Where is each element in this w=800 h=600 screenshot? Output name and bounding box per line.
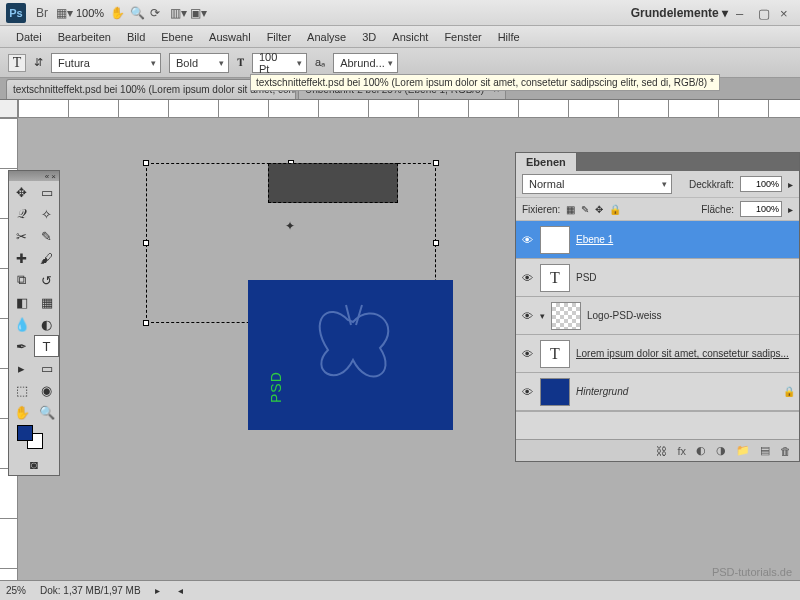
layer-name[interactable]: Hintergrund — [576, 386, 777, 397]
menu-datei[interactable]: Datei — [8, 28, 50, 46]
crop-tool[interactable]: ✂ — [9, 225, 34, 247]
shape-tool[interactable]: ▭ — [34, 357, 59, 379]
visibility-icon[interactable]: 👁 — [520, 386, 534, 398]
lock-transparency-icon[interactable]: ▦ — [566, 204, 575, 215]
visibility-icon[interactable]: 👁 — [520, 310, 534, 322]
menu-ebene[interactable]: Ebene — [153, 28, 201, 46]
orientation-icon[interactable]: ⇵ — [34, 56, 43, 69]
visibility-icon[interactable]: 👁 — [520, 272, 534, 284]
zoom-tool[interactable]: 🔍 — [34, 401, 59, 423]
opacity-input[interactable] — [740, 176, 782, 192]
new-layer-icon[interactable]: ▤ — [760, 444, 770, 457]
maximize-button[interactable]: ▢ — [758, 6, 772, 20]
layer-name[interactable]: Logo-PSD-weiss — [587, 310, 795, 321]
lock-position-icon[interactable]: ✥ — [595, 204, 603, 215]
visibility-icon[interactable]: 👁 — [520, 348, 534, 360]
workspace-switcher[interactable]: Grundelemente ▾ — [631, 6, 728, 20]
layer-row[interactable]: 👁 Hintergrund 🔒 — [516, 373, 799, 411]
scroll-left-icon[interactable]: ◂ — [178, 585, 183, 596]
layer-row[interactable]: 👁 T PSD — [516, 259, 799, 297]
blend-mode-dropdown[interactable]: Normal — [522, 174, 672, 194]
antialias-dropdown[interactable]: Abrund... — [333, 53, 398, 73]
link-arrow-icon[interactable]: ▾ — [540, 311, 545, 321]
layer-row[interactable]: 👁 T Ebene 1 — [516, 221, 799, 259]
layer-name[interactable]: PSD — [576, 272, 795, 283]
opacity-flyout-icon[interactable]: ▸ — [788, 179, 793, 190]
psd-vertical-text: PSD — [268, 371, 284, 403]
arrange-icon[interactable]: ▥▾ — [170, 6, 184, 20]
heal-tool[interactable]: ✚ — [9, 247, 34, 269]
color-swatches[interactable] — [9, 423, 59, 453]
3d-camera-tool[interactable]: ◉ — [34, 379, 59, 401]
layer-row[interactable]: 👁 T Lorem ipsum dolor sit amet, consetet… — [516, 335, 799, 373]
layer-thumb-image — [551, 302, 581, 330]
adjustment-layer-icon[interactable]: ◑ — [716, 444, 726, 457]
font-size-dropdown[interactable]: 100 Pt — [252, 53, 307, 73]
quickmask-toggle[interactable]: ◙ — [9, 453, 59, 475]
menu-hilfe[interactable]: Hilfe — [490, 28, 528, 46]
doc-size[interactable]: Dok: 1,37 MB/1,97 MB — [40, 585, 141, 596]
fill-flyout-icon[interactable]: ▸ — [788, 204, 793, 215]
zoom-level[interactable]: 100% — [76, 7, 104, 19]
brush-tool[interactable]: 🖌 — [34, 247, 59, 269]
link-layers-icon[interactable]: ⛓ — [656, 445, 667, 457]
hand-tool[interactable]: ✋ — [9, 401, 34, 423]
rotate-icon[interactable]: ⟳ — [150, 6, 164, 20]
menu-bearbeiten[interactable]: Bearbeiten — [50, 28, 119, 46]
path-select-tool[interactable]: ▸ — [9, 357, 34, 379]
font-family-dropdown[interactable]: Futura — [51, 53, 161, 73]
view-extras-icon[interactable]: ▦▾ — [56, 6, 70, 20]
visibility-icon[interactable]: 👁 — [520, 234, 534, 246]
layer-mask-icon[interactable]: ◐ — [696, 444, 706, 457]
bridge-icon[interactable]: Br — [36, 6, 50, 20]
delete-layer-icon[interactable]: 🗑 — [780, 445, 791, 457]
menu-bild[interactable]: Bild — [119, 28, 153, 46]
font-size-icon: 𝐓 — [237, 56, 244, 69]
gradient-tool[interactable]: ▦ — [34, 291, 59, 313]
font-weight-dropdown[interactable]: Bold — [169, 53, 229, 73]
ruler-origin[interactable] — [0, 100, 18, 118]
layer-row[interactable]: 👁 ▾ Logo-PSD-weiss — [516, 297, 799, 335]
layer-name[interactable]: Lorem ipsum dolor sit amet, consetetur s… — [576, 348, 795, 359]
dodge-tool[interactable]: ◐ — [34, 313, 59, 335]
minimize-button[interactable]: – — [736, 6, 750, 20]
menu-analyse[interactable]: Analyse — [299, 28, 354, 46]
hand-icon[interactable]: ✋ — [110, 6, 124, 20]
eraser-tool[interactable]: ◧ — [9, 291, 34, 313]
lasso-tool[interactable]: 𝒬 — [9, 203, 34, 225]
3d-tool[interactable]: ⬚ — [9, 379, 34, 401]
screen-mode-icon[interactable]: ▣▾ — [190, 6, 204, 20]
stamp-tool[interactable]: ⧉ — [9, 269, 34, 291]
move-tool[interactable]: ✥ — [9, 181, 34, 203]
blur-tool[interactable]: 💧 — [9, 313, 34, 335]
zoom-field[interactable]: 25% — [6, 585, 26, 596]
lock-all-icon[interactable]: 🔒 — [609, 204, 621, 215]
tool-preset-icon[interactable]: T — [8, 54, 26, 72]
layer-name[interactable]: Ebene 1 — [576, 234, 795, 245]
history-brush-tool[interactable]: ↺ — [34, 269, 59, 291]
eyedropper-tool[interactable]: ✎ — [34, 225, 59, 247]
fill-input[interactable] — [740, 201, 782, 217]
menu-auswahl[interactable]: Auswahl — [201, 28, 259, 46]
status-flyout-icon[interactable]: ▸ — [155, 585, 160, 596]
pen-tool[interactable]: ✒ — [9, 335, 34, 357]
lock-paint-icon[interactable]: ✎ — [581, 204, 589, 215]
tab-ebenen[interactable]: Ebenen — [516, 153, 577, 171]
close-button[interactable]: × — [780, 6, 794, 20]
menu-ansicht[interactable]: Ansicht — [384, 28, 436, 46]
tools-panel-header[interactable]: « × — [9, 171, 59, 181]
menu-3d[interactable]: 3D — [354, 28, 384, 46]
transform-center-icon[interactable]: ✦ — [285, 219, 295, 233]
lock-icon: 🔒 — [783, 386, 795, 397]
butterfly-icon — [248, 280, 453, 430]
group-icon[interactable]: 📁 — [736, 444, 750, 457]
marquee-tool[interactable]: ▭ — [34, 181, 59, 203]
foreground-swatch[interactable] — [17, 425, 33, 441]
wand-tool[interactable]: ✧ — [34, 203, 59, 225]
type-tool[interactable]: T — [34, 335, 59, 357]
menu-fenster[interactable]: Fenster — [436, 28, 489, 46]
zoom-icon[interactable]: 🔍 — [130, 6, 144, 20]
layer-style-icon[interactable]: fx — [677, 445, 686, 457]
menu-filter[interactable]: Filter — [259, 28, 299, 46]
ruler-horizontal[interactable] — [18, 100, 800, 118]
